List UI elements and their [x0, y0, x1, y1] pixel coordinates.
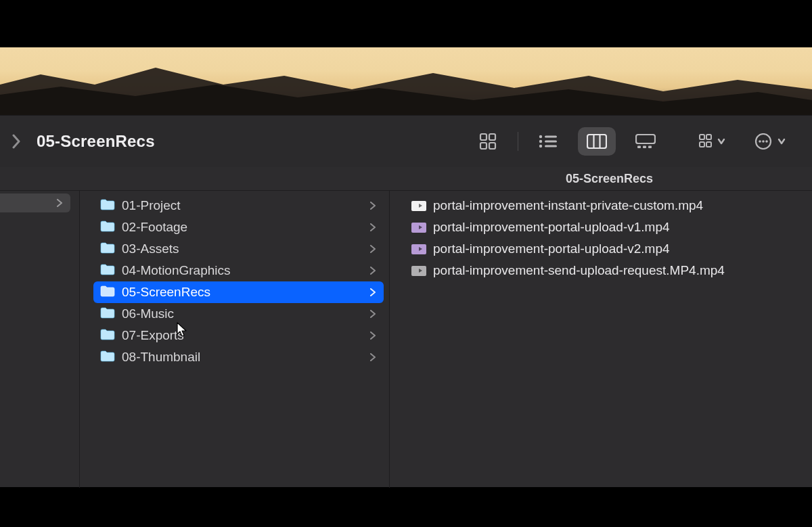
folder-icon	[100, 242, 115, 256]
chevron-right-icon	[369, 288, 377, 296]
svg-point-24	[765, 140, 768, 143]
svg-rect-19	[700, 142, 704, 147]
folder-row[interactable]: 05-ScreenRecs	[93, 281, 384, 303]
svg-rect-5	[545, 135, 557, 137]
folder-name: 07-Exports	[122, 328, 362, 343]
folder-name: 01-Project	[122, 198, 362, 213]
folder-name: 04-MotionGraphics	[122, 263, 362, 278]
svg-rect-16	[648, 146, 652, 149]
svg-rect-2	[480, 143, 487, 149]
gallery-view-button[interactable]	[627, 127, 664, 156]
svg-rect-0	[480, 134, 487, 140]
svg-point-6	[539, 140, 542, 143]
folder-name: 05-ScreenRecs	[122, 285, 362, 300]
file-name: portal-improvement-portal-upload-v1.mp4	[433, 220, 800, 235]
finder-window: 05-ScreenRecs	[0, 115, 812, 487]
chevron-right-icon	[369, 267, 377, 275]
folder-icon	[100, 328, 115, 343]
svg-rect-14	[637, 146, 641, 149]
file-name: portal-improvement-send-upload-request.M…	[433, 263, 800, 278]
column-header-row: 05-ScreenRecs	[0, 167, 812, 190]
svg-rect-7	[545, 140, 557, 142]
chevron-right-icon	[369, 223, 377, 231]
chevron-right-icon	[369, 310, 377, 318]
list-view-button[interactable]	[529, 127, 567, 156]
chevron-right-icon	[369, 353, 377, 361]
folder-icon	[100, 285, 115, 300]
file-row[interactable]: portal-improvement-send-upload-request.M…	[405, 260, 807, 281]
nav-forward-button[interactable]	[8, 133, 24, 150]
folder-row[interactable]: 06-Music	[93, 303, 384, 325]
folder-icon	[100, 198, 115, 213]
folder-icon	[100, 220, 115, 235]
folder-row[interactable]: 04-MotionGraphics	[93, 260, 384, 281]
icon-view-button[interactable]	[469, 127, 507, 156]
folder-name: 02-Footage	[122, 220, 362, 235]
folder-name: 08-Thumbnail	[122, 350, 362, 365]
svg-rect-20	[706, 142, 711, 147]
toolbar: 05-ScreenRecs	[0, 116, 812, 167]
separator	[518, 132, 518, 151]
chevron-right-icon	[369, 331, 377, 340]
file-row[interactable]: portal-improvement-portal-upload-v2.mp4	[405, 238, 807, 260]
folder-name: 03-Assets	[122, 242, 362, 256]
actions-menu-button[interactable]	[750, 127, 792, 156]
svg-rect-9	[545, 145, 557, 147]
column-view-area: 01-Project02-Footage03-Assets04-MotionGr…	[0, 190, 812, 488]
chevron-right-icon	[369, 202, 377, 210]
svg-rect-10	[587, 135, 606, 148]
video-file-icon	[411, 266, 426, 276]
folder-row[interactable]: 01-Project	[93, 195, 384, 216]
folder-icon	[100, 306, 115, 321]
svg-point-4	[539, 135, 542, 138]
parent-folder-row[interactable]	[0, 193, 70, 212]
group-by-button[interactable]	[692, 127, 734, 156]
svg-rect-18	[706, 135, 711, 139]
video-file-icon	[411, 244, 426, 254]
file-name: portal-improvement-instant-private-custo…	[433, 198, 800, 213]
view-mode-group	[469, 127, 664, 156]
column-2-files[interactable]: portal-improvement-instant-private-custo…	[390, 191, 812, 488]
chevron-right-icon	[369, 245, 377, 253]
column-0[interactable]	[0, 191, 80, 488]
column-header-label: 05-ScreenRecs	[566, 172, 653, 186]
finder-screenshot: 05-ScreenRecs	[0, 0, 812, 527]
folder-icon	[100, 350, 115, 365]
folder-row[interactable]: 03-Assets	[93, 238, 384, 260]
desktop-wallpaper	[0, 47, 812, 115]
window-title: 05-ScreenRecs	[37, 132, 155, 151]
file-name: portal-improvement-portal-upload-v2.mp4	[433, 242, 800, 256]
svg-rect-17	[700, 135, 704, 139]
folder-name: 06-Music	[122, 306, 362, 321]
folder-row[interactable]: 02-Footage	[93, 216, 384, 238]
svg-rect-3	[489, 143, 495, 149]
folder-icon	[100, 263, 115, 278]
svg-rect-1	[489, 134, 495, 140]
folder-row[interactable]: 07-Exports	[93, 325, 384, 346]
file-row[interactable]: portal-improvement-instant-private-custo…	[405, 195, 807, 216]
folder-row[interactable]: 08-Thumbnail	[93, 346, 384, 368]
svg-point-22	[759, 140, 761, 143]
column-view-button[interactable]	[578, 127, 616, 156]
video-file-icon	[411, 223, 426, 233]
svg-point-8	[539, 145, 542, 147]
file-row[interactable]: portal-improvement-portal-upload-v1.mp4	[405, 216, 807, 238]
svg-rect-15	[643, 146, 646, 149]
column-1-folders[interactable]: 01-Project02-Footage03-Assets04-MotionGr…	[80, 191, 390, 488]
svg-point-23	[762, 140, 765, 143]
video-file-icon	[411, 201, 426, 211]
svg-rect-13	[636, 135, 655, 143]
